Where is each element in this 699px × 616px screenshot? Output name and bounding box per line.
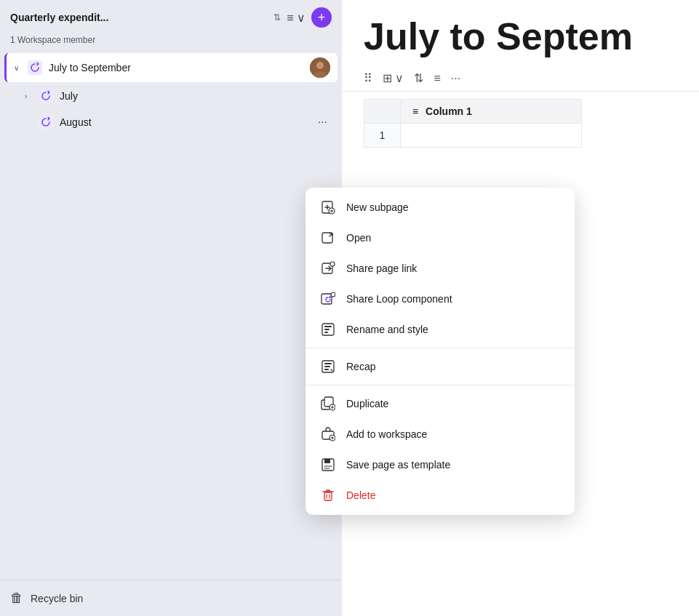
sidebar-item-august[interactable]: › August ··· (4, 110, 337, 135)
svg-rect-5 (39, 115, 53, 129)
ctx-rename-label: Rename and style (346, 324, 428, 335)
sidebar-item-label: July (60, 90, 330, 102)
ctx-duplicate-label: Duplicate (346, 398, 388, 409)
recycle-bin-label: Recycle bin (31, 593, 83, 604)
share-loop-icon (320, 291, 336, 307)
filter-icon[interactable]: ≡ (434, 72, 440, 85)
svg-rect-4 (39, 89, 53, 103)
table-cell-col1[interactable] (401, 124, 582, 148)
delete-icon (320, 487, 336, 503)
sidebar-item-label: July to September (49, 62, 310, 73)
save-template-icon (320, 457, 336, 473)
svg-point-2 (316, 62, 324, 69)
ctx-save-template[interactable]: Save page as template (305, 449, 575, 480)
open-icon (320, 230, 336, 246)
page-title: July to Septem (342, 0, 699, 65)
sidebar-item-july[interactable]: › July (4, 84, 337, 108)
ctx-separator-1 (305, 348, 575, 348)
page-icon-july-to-september (27, 60, 43, 76)
svg-rect-8 (322, 233, 332, 243)
recycle-bin-section[interactable]: 🗑 Recycle bin (0, 580, 342, 616)
workspace-member-count: 1 Workspace member (0, 35, 342, 52)
sidebar-header: Quarterly expendit... ⇅ ≡ ∨ + (0, 0, 342, 35)
ctx-share-loop[interactable]: Share Loop component (305, 284, 575, 314)
workspace-title: Quarterly expendit... (10, 12, 268, 23)
menu-icon[interactable]: ≡ ∨ (287, 11, 305, 25)
page-icon-august (38, 114, 54, 130)
svg-point-12 (331, 292, 335, 297)
grid-icon[interactable]: ⠿ (364, 71, 372, 85)
column-1-label: Column 1 (426, 105, 472, 117)
sidebar-item-july-to-september[interactable]: ∨ July to September (4, 53, 337, 82)
svg-rect-15 (324, 329, 329, 330)
chevron-down-icon: ∨ (14, 64, 24, 72)
sidebar-header-actions: ≡ ∨ + (287, 7, 332, 28)
svg-rect-14 (324, 326, 332, 327)
chevron-right-icon: › (25, 92, 35, 100)
ctx-recap-label: Recap (346, 361, 375, 372)
svg-point-10 (330, 262, 335, 266)
table-row: 1 (364, 124, 582, 148)
ctx-save-template-label: Save page as template (346, 459, 450, 471)
data-table: ≡ Column 1 1 (364, 99, 582, 148)
ctx-share-loop-label: Share Loop component (346, 293, 452, 305)
ctx-new-subpage[interactable]: New subpage (305, 192, 575, 223)
sort-icon[interactable]: ⇅ (414, 71, 423, 85)
ctx-add-workspace-label: Add to workspace (346, 428, 427, 440)
table-row-num: 1 (364, 124, 401, 148)
svg-rect-20 (324, 369, 329, 370)
ctx-open-label: Open (346, 232, 371, 244)
svg-rect-0 (28, 60, 42, 75)
ctx-new-subpage-label: New subpage (346, 201, 409, 213)
ctx-duplicate[interactable]: Duplicate (305, 388, 575, 419)
add-button[interactable]: + (311, 7, 332, 28)
page-icon-july (38, 88, 54, 104)
svg-rect-27 (324, 459, 330, 463)
ctx-delete-label: Delete (346, 489, 375, 501)
share-link-icon (320, 260, 336, 276)
workspace-chevron-icon[interactable]: ⇅ (273, 12, 281, 23)
ctx-recap[interactable]: Recap (305, 351, 575, 382)
ctx-delete[interactable]: Delete (305, 480, 575, 511)
duplicate-icon (320, 396, 336, 412)
ctx-open[interactable]: Open (305, 223, 575, 253)
ctx-rename[interactable]: Rename and style (305, 314, 575, 345)
more-options-icon[interactable]: ··· (315, 114, 330, 130)
avatar (310, 57, 330, 78)
svg-rect-16 (324, 332, 328, 333)
context-menu: New subpage Open Share page link (305, 188, 575, 515)
sidebar-item-label: August (60, 116, 315, 128)
svg-rect-19 (324, 366, 330, 367)
more-icon[interactable]: ··· (451, 72, 460, 85)
table-row-num-header (364, 100, 401, 124)
recycle-bin-icon: 🗑 (10, 591, 23, 606)
ctx-separator-2 (305, 385, 575, 385)
table-view-icon[interactable]: ⊞ ∨ (383, 71, 404, 85)
sidebar: Quarterly expendit... ⇅ ≡ ∨ + 1 Workspac… (0, 0, 342, 616)
ctx-share-page-link-label: Share page link (346, 263, 417, 274)
svg-rect-28 (324, 492, 332, 500)
new-subpage-icon (320, 199, 336, 215)
toolbar: ⠿ ⊞ ∨ ⇅ ≡ ··· (342, 65, 699, 92)
ctx-share-page-link[interactable]: Share page link (305, 253, 575, 284)
column-menu-icon: ≡ (412, 105, 418, 117)
svg-rect-18 (324, 363, 332, 364)
add-workspace-icon (320, 426, 336, 442)
rename-icon (320, 321, 336, 337)
recap-icon (320, 359, 336, 375)
table-column-header-1: ≡ Column 1 (401, 100, 582, 124)
svg-rect-11 (321, 294, 332, 304)
ctx-add-workspace[interactable]: Add to workspace (305, 419, 575, 449)
